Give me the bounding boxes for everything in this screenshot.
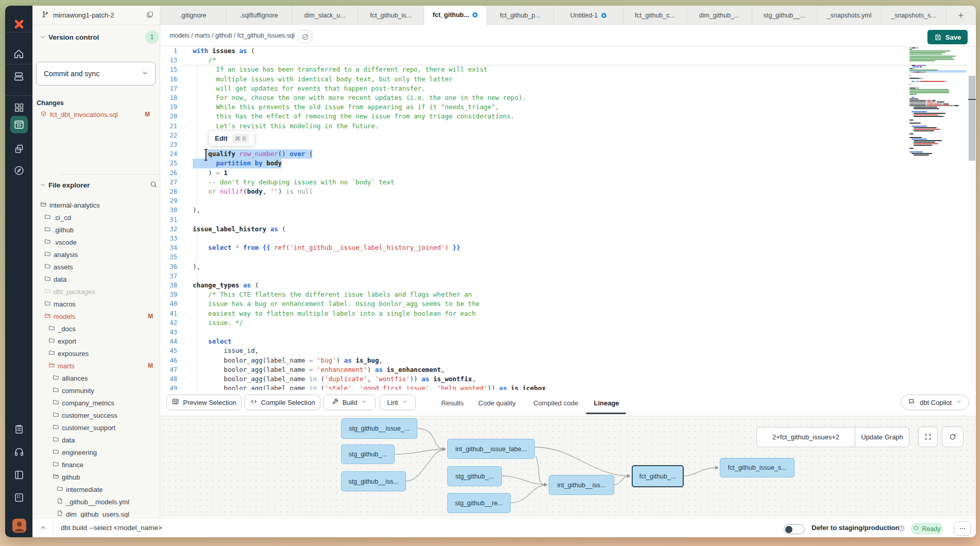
branch-header[interactable]: mirnawong1-patch-2	[32, 6, 160, 25]
support-nav[interactable]	[5, 440, 32, 463]
line-number: 32	[160, 225, 177, 234]
tab-gitignore[interactable]: .gitignore	[160, 6, 226, 25]
modified-dot-icon	[601, 13, 606, 18]
update-graph-button[interactable]: Update Graph	[855, 427, 909, 447]
branch-icon	[41, 10, 49, 19]
tab-fct_github_p[interactable]: fct_github_p...	[487, 6, 554, 25]
dbt-logo-icon	[5, 14, 32, 35]
tree-item[interactable]: .vscode	[44, 236, 77, 248]
lint-button[interactable]: Lint	[380, 395, 416, 410]
deploy-nav[interactable]	[5, 65, 32, 88]
defer-toggle[interactable]	[784, 524, 805, 534]
orchestration-nav[interactable]	[5, 138, 32, 160]
search-icon[interactable]	[149, 180, 158, 191]
more-options-button[interactable]	[954, 521, 971, 536]
panel-tab-code-quality[interactable]: Code quality	[477, 390, 517, 416]
copy-branch-button[interactable]	[146, 10, 154, 21]
compile-selection-button[interactable]: Compile Selection	[244, 395, 320, 410]
preview-selection-button[interactable]: Preview Selection	[166, 395, 242, 410]
tree-item[interactable]: data	[44, 273, 66, 285]
tree-item[interactable]: engineering	[53, 446, 97, 458]
dropdown-label: Commit and sync	[44, 70, 99, 78]
build-button[interactable]: Build	[323, 395, 376, 410]
line-number: 42	[160, 318, 177, 328]
tree-item[interactable]: community	[53, 384, 94, 397]
lineage-node[interactable]: stg_github__re...	[447, 493, 511, 513]
lineage-panel: stg_github__issue_...stg_github_...stg_g…	[160, 416, 976, 516]
tab-fct_github_c[interactable]: fct_github_c...	[623, 6, 687, 25]
tab-fct_github[interactable]: fct_github...	[424, 6, 487, 25]
tree-item[interactable]: intermediate	[57, 483, 103, 496]
tab-Untitled-1[interactable]: Untitled-1	[554, 6, 623, 25]
collapse-version-control[interactable]	[39, 33, 46, 43]
model-icon	[40, 110, 47, 117]
lineage-node-label: stg_github__re...	[455, 500, 503, 507]
lineage-node[interactable]: fct_github_...	[632, 465, 684, 487]
notes-nav[interactable]	[5, 418, 32, 440]
folder-icon	[53, 460, 59, 467]
tree-item[interactable]: finance	[53, 458, 83, 471]
tab-dim_github_[interactable]: dim_github_...	[687, 6, 752, 25]
tree-item[interactable]: assets	[44, 261, 73, 273]
commit-and-sync-dropdown[interactable]: Commit and sync	[36, 62, 156, 86]
changed-file[interactable]: fct_dbt_invocations.sql	[40, 110, 118, 119]
tree-item-label: dim_github_users.sql	[66, 510, 129, 518]
tab-_snapshots_s[interactable]: _snapshots_s...	[882, 6, 946, 25]
tree-item[interactable]: .ci_cd	[44, 211, 71, 224]
develop-nav[interactable]	[10, 116, 28, 133]
refresh-button[interactable]	[942, 426, 964, 447]
tree-item[interactable]: internal-analytics	[40, 199, 100, 211]
tab-stg_github__[interactable]: stg_github__...	[752, 6, 817, 25]
version-control-badge: 1	[145, 30, 159, 44]
lineage-node[interactable]: stg_github_...	[447, 466, 502, 486]
tree-item[interactable]: customer_support	[53, 421, 115, 434]
line-number: 47	[160, 365, 177, 374]
tree-item[interactable]: company_metrics	[53, 397, 114, 409]
lineage-node[interactable]: stg_github__issue_...	[341, 418, 417, 439]
tree-item[interactable]: data	[53, 434, 75, 446]
tab-fct_github_is[interactable]: fct_github_is...	[358, 6, 424, 25]
fullscreen-button[interactable]	[918, 426, 938, 447]
home-nav[interactable]	[5, 42, 32, 65]
minimap[interactable]	[909, 46, 966, 390]
tab-sqlfluffignore[interactable]: .sqlfluffignore	[226, 6, 292, 25]
tree-item[interactable]: models	[44, 310, 75, 322]
new-tab-button[interactable]	[946, 6, 976, 25]
panel-tab-results[interactable]: Results	[440, 390, 465, 416]
tree-item[interactable]: export	[48, 335, 76, 347]
scrollbar[interactable]	[968, 46, 976, 390]
save-button[interactable]: Save	[927, 30, 968, 44]
help-icon[interactable]	[898, 524, 905, 534]
tree-item[interactable]: macros	[44, 298, 76, 310]
tree-item[interactable]: .github	[44, 224, 74, 236]
tree-item[interactable]: alliances	[53, 372, 88, 384]
tab-_snapshotsyml[interactable]: _snapshots.yml	[817, 6, 882, 25]
tree-item[interactable]: customer_success	[53, 409, 117, 421]
tab-dim_slack_u[interactable]: dim_slack_u...	[292, 6, 358, 25]
tree-item[interactable]: exposures	[48, 347, 89, 360]
code-editor[interactable]: 1with issues as (13 /*15 If an issue has…	[160, 46, 976, 390]
lineage-search-input[interactable]: 2+fct_github_issues+2	[756, 427, 855, 447]
breadcrumb: models / marts / github / fct_github_iss…	[170, 32, 295, 39]
lineage-node[interactable]: fct_github_issue_s...	[720, 458, 795, 477]
explore-nav[interactable]	[5, 159, 32, 182]
user-avatar[interactable]	[12, 519, 26, 533]
tree-item[interactable]: dbt_packages	[44, 285, 95, 298]
collapse-file-explorer[interactable]	[39, 181, 46, 191]
tree-item[interactable]: _github__models.yml	[57, 496, 129, 508]
panel-tab-compiled-code[interactable]: Compiled code	[533, 390, 579, 416]
tree-item[interactable]: marts	[48, 360, 75, 372]
open-docs-button[interactable]	[298, 30, 312, 43]
apps-nav[interactable]	[5, 486, 32, 509]
tree-item[interactable]: _docs	[48, 322, 76, 335]
docs-nav[interactable]	[5, 464, 32, 486]
lineage-node[interactable]: stg_github__iss...	[341, 471, 406, 491]
lineage-node[interactable]: int_github__iss...	[549, 475, 614, 495]
dbt-copilot-button[interactable]: dbt Copilot	[901, 395, 969, 410]
command-input[interactable]: dbt build --select <model_name>	[61, 524, 162, 532]
tree-item[interactable]: analysis	[44, 248, 78, 261]
lineage-node[interactable]: stg_github_...	[341, 445, 395, 464]
lineage-node[interactable]: int_github__issue_labe...	[447, 439, 535, 459]
collapse-command-bar[interactable]	[39, 524, 47, 534]
tree-item[interactable]: github	[53, 471, 80, 483]
